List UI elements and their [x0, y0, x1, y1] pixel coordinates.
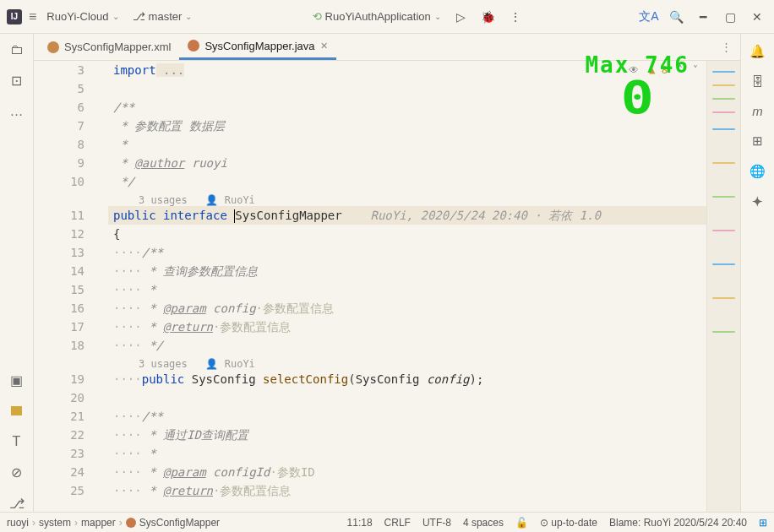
right-toolwindow-bar: 🔔 🗄 m ⊞ 🌐 ✦	[740, 34, 774, 512]
breadcrumb[interactable]: ruoyi › system › mapper › SysConfigMappe…	[7, 517, 220, 529]
gradle-icon[interactable]: ⊞	[752, 133, 763, 149]
up-arrow-icon[interactable]: ˄	[678, 64, 683, 76]
terminal-icon[interactable]: ▣	[10, 372, 23, 388]
main-menu-icon[interactable]: ≡	[29, 9, 36, 24]
close-icon[interactable]: ✕	[747, 10, 767, 24]
ms-icon[interactable]: ⊞	[759, 517, 767, 529]
search-icon[interactable]: 🔍	[666, 10, 686, 24]
blame-status[interactable]: Blame: RuoYi 2020/5/24 20:40	[609, 517, 747, 529]
left-toolwindow-bar: 🗀 ⊡ … ▣ ⯀ T ⊘ ⎇	[0, 34, 34, 512]
editor-tabs: SysConfigMapper.xml SysConfigMapper.java…	[34, 34, 740, 61]
line-number: 24	[34, 463, 84, 481]
code-line: ····public SysConfig selectConfig(SysCon…	[108, 370, 706, 388]
line-number: 7	[34, 117, 84, 135]
readonly-icon[interactable]: 🔓	[515, 517, 528, 529]
line-number: 13	[34, 243, 84, 262]
branch-dropdown[interactable]: ⎇ master ⌄	[129, 8, 196, 24]
status-bar: ruoyi › system › mapper › SysConfigMappe…	[0, 512, 774, 532]
line-number: 20	[34, 388, 84, 407]
breadcrumb-item[interactable]: mapper	[81, 517, 116, 529]
maven-icon[interactable]: m	[752, 104, 763, 118]
vcs-icon[interactable]: ⎇	[9, 496, 25, 512]
notifications-icon[interactable]: 🔔	[749, 44, 766, 59]
code-line: */	[108, 172, 706, 191]
code-line: ···· * @return·参数配置信息	[108, 481, 706, 500]
breadcrumb-item[interactable]: SysConfigMapper	[139, 517, 220, 529]
line-number: 19	[34, 370, 84, 388]
code-hint[interactable]: 3 usages 👤 RuoYi	[108, 191, 706, 206]
class-icon	[126, 518, 136, 528]
project-dropdown[interactable]: RuoYi-Cloud ⌄	[43, 8, 122, 24]
more-actions-icon[interactable]: ⋮	[505, 10, 526, 24]
chevron-down-icon: ⌄	[434, 12, 441, 21]
code-editor[interactable]: 3 5 6 7 8 9 10 11 12 13 14 15 16 17 18	[34, 61, 740, 512]
encoding[interactable]: UTF-8	[422, 517, 451, 529]
code-hint[interactable]: 3 usages 👤 RuoYi	[108, 355, 706, 370]
breadcrumb-item[interactable]: system	[39, 517, 71, 529]
code-line: * 参数配置 数据层	[108, 117, 706, 135]
titlebar: IJ ≡ RuoYi-Cloud ⌄ ⎇ master ⌄ ⟲ RuoYiAut…	[0, 0, 774, 34]
chevron-down-icon: ⌄	[185, 12, 192, 21]
chevron-down-icon: ⌄	[112, 12, 119, 21]
code-line: *	[108, 135, 706, 154]
down-arrow-icon[interactable]: ˅	[693, 64, 698, 76]
run-button[interactable]: ▷	[451, 10, 471, 24]
line-number: 12	[34, 225, 84, 243]
ai-assistant-icon[interactable]: ✦	[752, 194, 763, 209]
line-number: 23	[34, 444, 84, 463]
code-line: ···· *	[108, 280, 706, 299]
code-line: /**	[108, 98, 706, 117]
inspection-widget[interactable]: 👁 ▲ 8 ˄ ˅	[629, 64, 698, 76]
project-icon[interactable]: 🗀	[10, 42, 24, 57]
debug-button[interactable]: 🐞	[478, 10, 499, 24]
line-number: 21	[34, 407, 84, 426]
breadcrumb-item[interactable]: ruoyi	[7, 517, 29, 529]
error-stripe[interactable]	[706, 61, 740, 512]
code-line: ···· * 通过ID查询配置	[108, 426, 706, 444]
tab-more-icon[interactable]: ⋮	[712, 41, 740, 53]
branch-name: master	[149, 10, 183, 23]
line-number: 11	[34, 206, 84, 225]
java-file-icon	[188, 40, 199, 52]
code-line: * @author ruoyi	[108, 154, 706, 172]
eye-off-icon[interactable]: 👁	[629, 64, 639, 76]
indent[interactable]: 4 spaces	[463, 517, 504, 529]
code-line: ···· * 查询参数配置信息	[108, 262, 706, 280]
tab-sysconfigmapper-java[interactable]: SysConfigMapper.java ✕	[179, 34, 335, 60]
close-tab-icon[interactable]: ✕	[320, 41, 328, 52]
project-name: RuoYi-Cloud	[46, 10, 108, 23]
problems-icon[interactable]: ⊘	[11, 464, 22, 480]
code-line: ···· * @param configId·参数ID	[108, 463, 706, 481]
database-icon[interactable]: 🗄	[751, 74, 764, 89]
xml-file-icon	[47, 41, 59, 53]
code-line: import ...	[108, 61, 706, 79]
line-number: 25	[34, 481, 84, 500]
run-app-icon: ⟲	[313, 10, 322, 23]
more-icon[interactable]: …	[10, 104, 24, 119]
web-icon[interactable]: 🌐	[749, 164, 766, 179]
warning-count[interactable]: ▲ 8	[649, 64, 668, 76]
code-area[interactable]: 👁 ▲ 8 ˄ ˅ import ... /** * 参数配置 数据层 * * …	[108, 61, 706, 512]
line-number: 14	[34, 262, 84, 280]
minimize-icon[interactable]: ━	[693, 10, 713, 24]
tab-label: SysConfigMapper.xml	[64, 41, 171, 53]
code-line: ····/**	[108, 243, 706, 262]
tab-label: SysConfigMapper.java	[204, 40, 314, 52]
line-number: 6	[34, 98, 84, 117]
code-line: ···· * @return·参数配置信息	[108, 318, 706, 336]
line-separator[interactable]: CRLF	[384, 517, 411, 529]
cursor-position[interactable]: 11:18	[347, 517, 373, 529]
code-line: {	[108, 225, 706, 243]
structure-icon[interactable]: ⊡	[11, 73, 22, 89]
bookmark-icon[interactable]: ⯀	[10, 404, 24, 419]
code-line: ···· */	[108, 336, 706, 355]
tab-sysconfigmapper-xml[interactable]: SysConfigMapper.xml	[39, 34, 179, 60]
build-icon[interactable]: T	[13, 434, 21, 449]
run-config-dropdown[interactable]: ⟲ RuoYiAuthApplication ⌄	[309, 8, 444, 24]
app-logo[interactable]: IJ	[7, 9, 22, 24]
translate-icon[interactable]: 文A	[639, 9, 659, 24]
git-status[interactable]: ⊙ up-to-date	[540, 517, 597, 529]
code-line-current: public interface SysConfigMapper RuoYi, …	[108, 206, 706, 225]
line-number: 17	[34, 318, 84, 336]
maximize-icon[interactable]: ▢	[720, 10, 740, 24]
